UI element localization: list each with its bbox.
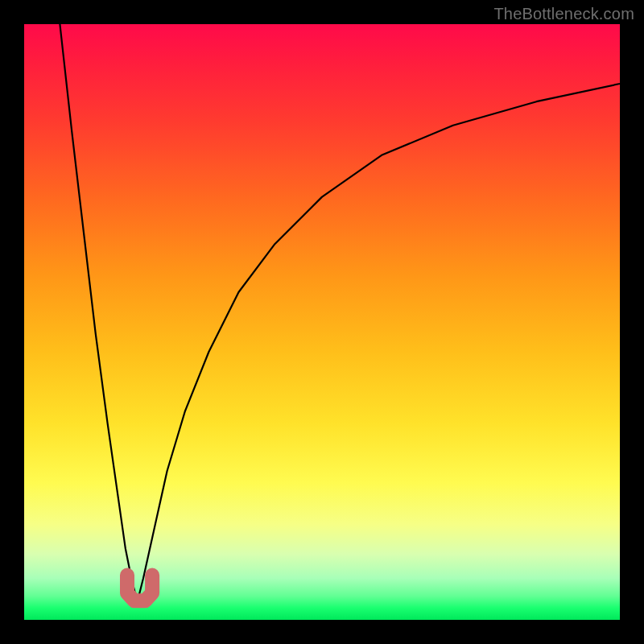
plot-area xyxy=(24,24,620,620)
trough-marker xyxy=(24,24,620,620)
watermark-text: TheBottleneck.com xyxy=(493,5,634,23)
outer-frame: TheBottleneck.com xyxy=(0,0,644,644)
trough-u-icon xyxy=(127,576,152,601)
